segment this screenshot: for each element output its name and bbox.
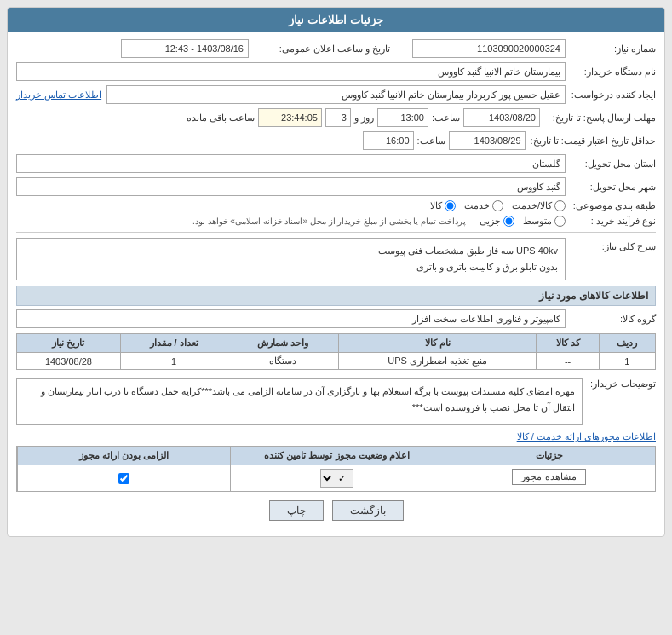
nav-description: پرداخت تمام یا بخشی از مبلغ خریدار از مح… — [192, 216, 466, 226]
tafzilat-label: توضیحات خریدار: — [588, 375, 656, 390]
bottom-row-col3: مشاهده مجوز — [443, 465, 655, 491]
bottom-row-col2: ✓ -- — [230, 465, 443, 491]
col-tarikh: تاریخ نیاز — [17, 334, 121, 353]
bottom-table-header: جزئیات اعلام وضعیت مجوز توسط تامین کننده… — [16, 446, 656, 465]
mojoz-status-select[interactable]: ✓ -- — [320, 469, 353, 488]
cell-tedad: 1 — [120, 353, 227, 370]
tafzilat-box: مهره امضای کلیه مستندات پیوست با برگه اس… — [16, 378, 583, 425]
nav-jozii-radio[interactable] — [503, 216, 514, 227]
back-button[interactable]: بازگشت — [332, 500, 404, 521]
col-radif: ردیف — [599, 334, 655, 353]
bottom-col2-header: اعلام وضعیت مجوز توسط تامین کننده — [230, 447, 443, 465]
row-shahr: شهر محل تحویل: — [16, 177, 656, 196]
bottom-col3-header: جزئیات — [443, 447, 655, 465]
contact-link[interactable]: اطلاعات تماس خریدار — [16, 89, 101, 101]
tarikh-saat-input[interactable] — [121, 39, 249, 58]
mohlet-saat-input[interactable] — [377, 108, 428, 127]
tabaghe-kala-radio[interactable] — [445, 200, 456, 211]
row-hadaghal: حداقل تاریخ اعتبار قیمت: تا تاریخ: ساعت: — [16, 131, 656, 150]
row-shomara: شماره نیاز: تاریخ و ساعت اعلان عمومی: — [16, 39, 656, 58]
tabaghe-kala-khadamat-option[interactable]: کالا/خدمت — [512, 200, 566, 211]
ijad-input[interactable] — [106, 85, 566, 104]
main-panel: جزئیات اطلاعات نیاز شماره نیاز: تاریخ و … — [7, 7, 665, 537]
tabaghe-kala-khadamat-radio[interactable] — [554, 200, 566, 211]
panel-title: جزئیات اطلاعات نیاز — [289, 14, 382, 26]
tabaghe-label: طبقه بندی موضوعی: — [571, 200, 656, 211]
shomara-label: شماره نیاز: — [571, 43, 656, 55]
footer-buttons: بازگشت چاپ — [16, 500, 656, 529]
row-nav: نوع فرآیند خرید : متوسط جزیی پرداخت تمام… — [16, 216, 656, 227]
tafzilat-text: مهره امضای کلیه مستندات پیوست با برگه اس… — [24, 384, 575, 415]
mohlet-date-input[interactable] — [463, 108, 540, 127]
nav-jozii-label: جزیی — [480, 216, 501, 227]
hadaghal-saat-label: ساعت: — [417, 136, 445, 147]
row-tafzilat: توضیحات خریدار: مهره امضای کلیه مستندات … — [16, 375, 656, 425]
mohlet-saat-mande-label: ساعت باقی مانده — [187, 113, 255, 124]
row-mohlet: مهلت ارسال پاسخ: تا تاریخ: ساعت: روز و س… — [16, 108, 656, 127]
hadaghal-label: حداقل تاریخ اعتبار قیمت: تا تاریخ: — [531, 136, 656, 147]
page-wrapper: جزئیات اطلاعات نیاز شماره نیاز: تاریخ و … — [0, 0, 672, 635]
group-kala-label: گروه کالا: — [571, 314, 656, 325]
tarikh-saat-label: تاریخ و ساعت اعلان عمومی: — [254, 43, 390, 55]
table-row: 1 -- منبع تغذیه اضطراری UPS دستگاه 1 140… — [17, 353, 656, 370]
col-name: نام کالا — [339, 334, 537, 353]
ijad-label: ایجاد کننده درخواست: — [571, 89, 656, 101]
sarh-line1: UPS 40kv سه فاز طبق مشخصات فنی پیوست — [24, 243, 558, 259]
shahr-label: شهر محل تحویل: — [571, 182, 656, 193]
kala-table: ردیف کد کالا نام کالا واحد شمارش تعداد /… — [16, 333, 656, 370]
row-sarh: سرح کلی نیاز: UPS 40kv سه فاز طبق مشخصات… — [16, 238, 656, 280]
ostan-label: استان محل تحویل: — [571, 159, 656, 170]
group-kala-input[interactable] — [16, 309, 566, 328]
tabaghe-kala-label: کالا — [430, 200, 442, 211]
tabaghe-kala-option[interactable]: کالا — [430, 200, 456, 211]
cell-tarikh: 1403/08/28 — [17, 353, 121, 370]
row-group-kala: گروه کالا: — [16, 309, 656, 328]
hadaghal-saat-input[interactable] — [363, 131, 414, 150]
cell-vahed: دستگاه — [227, 353, 339, 370]
shahr-input[interactable] — [16, 177, 566, 196]
mohlet-rooz-label: روز و — [354, 113, 374, 124]
name-dastgah-input[interactable] — [16, 62, 566, 81]
view-mojooz-button[interactable]: مشاهده مجوز — [512, 469, 585, 485]
name-dastgah-label: نام دستگاه خریدار: — [571, 66, 656, 78]
bottom-row-col1 — [17, 465, 230, 491]
col-tedad: تعداد / مقدار — [120, 334, 227, 353]
tabaghe-khadamat-radio[interactable] — [492, 200, 503, 211]
print-button[interactable]: چاپ — [269, 500, 324, 521]
tabaghe-kala-khadamat-label: کالا/خدمت — [512, 200, 552, 211]
bottom-col1-header: الزامی بودن ارائه مجوز — [17, 447, 230, 465]
row-tabaghe: طبقه بندی موضوعی: کالا/خدمت خدمت کالا — [16, 200, 656, 211]
cell-name: منبع تغذیه اضطراری UPS — [339, 353, 537, 370]
nav-radio-group: متوسط جزیی — [480, 216, 566, 227]
row-ostan: استان محل تحویل: — [16, 154, 656, 173]
nav-motovaset-option[interactable]: متوسط — [523, 216, 566, 227]
row-ijad: ایجاد کننده درخواست: اطلاعات تماس خریدار — [16, 85, 656, 104]
cell-code: -- — [537, 353, 599, 370]
ostan-input[interactable] — [16, 154, 566, 173]
panel-header: جزئیات اطلاعات نیاز — [8, 8, 664, 32]
mohlet-rooz-input[interactable] — [325, 108, 351, 127]
tabaghe-khadamat-label: خدمت — [464, 200, 490, 211]
row-name-dastgah: نام دستگاه خریدار: — [16, 62, 656, 81]
sarh-box: UPS 40kv سه فاز طبق مشخصات فنی پیوست بدو… — [16, 238, 566, 280]
cell-radif: 1 — [599, 353, 655, 370]
shomara-input[interactable] — [412, 39, 566, 58]
hadaghal-date-input[interactable] — [449, 131, 526, 150]
panel-body: شماره نیاز: تاریخ و ساعت اعلان عمومی: نا… — [8, 32, 664, 536]
info-kala-section-title: اطلاعات کالاهای مورد نیاز — [16, 286, 656, 306]
mojoz-checkbox[interactable] — [118, 473, 129, 484]
mohlet-saat-label: ساعت: — [432, 113, 460, 124]
nav-motovaset-label: متوسط — [523, 216, 552, 227]
sarh-label: سرح کلی نیاز: — [571, 238, 656, 252]
sub-section-title: اطلاعات مجوزهای ارائه خدمت / کالا — [517, 429, 656, 444]
col-vahed: واحد شمارش — [227, 334, 339, 353]
mohlet-saat-mande-input[interactable] — [258, 108, 322, 127]
bottom-table-row: مشاهده مجوز ✓ -- — [16, 465, 656, 492]
nav-jozii-option[interactable]: جزیی — [480, 216, 514, 227]
nav-label: نوع فرآیند خرید : — [571, 216, 656, 227]
tabaghe-radio-group: کالا/خدمت خدمت کالا — [430, 200, 566, 211]
tabaghe-khadamat-option[interactable]: خدمت — [464, 200, 503, 211]
sarh-line2: بدون تابلو برق و کابینت باتری و باتری — [24, 259, 558, 275]
nav-motovaset-radio[interactable] — [554, 216, 566, 227]
kala-table-section: ردیف کد کالا نام کالا واحد شمارش تعداد /… — [16, 333, 656, 370]
